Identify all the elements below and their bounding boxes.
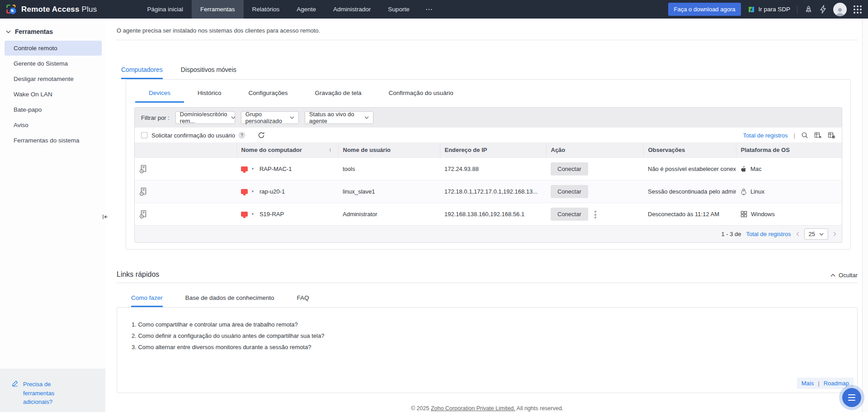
connect-button[interactable]: Conectar xyxy=(551,162,588,175)
sidebar-footer: Precisa de ferramentas adicionais? xyxy=(0,369,105,412)
sidebar-item-bate-papo[interactable]: Bate-papo xyxy=(5,102,102,117)
mais-link[interactable]: Mais xyxy=(802,380,814,387)
pagination-range: 1 - 3 de xyxy=(721,231,741,237)
user-confirmation-checkbox[interactable] xyxy=(141,132,147,138)
table-header-row: Nome do computador↑ Nome de usuário Ende… xyxy=(135,142,842,158)
agent-live-status-select[interactable]: Status ao vivo do agente xyxy=(305,111,373,124)
nav-more-icon[interactable]: ⋯ xyxy=(418,0,440,19)
refresh-icon[interactable] xyxy=(258,132,265,139)
search-icon[interactable] xyxy=(801,132,808,139)
connect-button[interactable]: Conectar xyxy=(551,185,588,198)
tab-base-de-conhecimento[interactable]: Base de dados de conhecimento xyxy=(185,294,274,307)
computer-status-icon[interactable] xyxy=(241,166,248,171)
sort-asc-icon[interactable]: ↑ xyxy=(329,147,332,153)
sidebar-item-aviso[interactable]: Aviso xyxy=(5,118,102,133)
zoho-corporation-link[interactable]: Zoho Corporation Private Limited. xyxy=(431,405,515,412)
column-os-platform[interactable]: Plataforma de OS xyxy=(736,142,842,158)
system-details-icon[interactable] xyxy=(139,187,232,196)
floating-menu-button[interactable] xyxy=(842,388,861,407)
download-agent-button[interactable]: Faça o download agora xyxy=(668,3,741,16)
column-ip-address[interactable]: Endereço de IP xyxy=(440,142,546,158)
domain-filter-select[interactable]: Domínio/escritório rem... xyxy=(175,111,235,124)
column-action: Ação xyxy=(546,142,643,158)
nav-pagina-inicial[interactable]: Página inicial xyxy=(138,0,192,19)
how-to-link[interactable]: 2. Como definir a configuração do usuári… xyxy=(132,330,857,341)
tab-como-fazer[interactable]: Como fazer xyxy=(131,294,163,307)
system-details-icon[interactable] xyxy=(139,210,232,219)
remarks: Sessão descontinuada pelo admin às 1 xyxy=(643,180,736,203)
nav-relatorios[interactable]: Relatórios xyxy=(244,0,288,19)
computer-name[interactable]: rap-u20-1 xyxy=(259,188,285,195)
tab-configuracoes[interactable]: Configurações xyxy=(235,85,302,103)
tab-gravacao-de-tela[interactable]: Gravação de tela xyxy=(302,85,375,103)
chevron-down-icon xyxy=(364,116,369,119)
kebab-menu-icon[interactable] xyxy=(594,211,596,218)
computers-subtabs: Devices Histórico Configurações Gravação… xyxy=(126,80,850,103)
nav-administrador[interactable]: Administrador xyxy=(325,0,379,19)
sidebar-item-desligar-remotamente[interactable]: Desligar remotamente xyxy=(5,71,102,86)
how-to-link[interactable]: 3. Como alternar entre diversos monitore… xyxy=(132,341,857,353)
custom-group-select[interactable]: Grupo personalizado xyxy=(241,111,299,124)
caret-down-icon[interactable]: ▼ xyxy=(251,212,255,216)
tab-computadores[interactable]: Computadores xyxy=(121,66,163,79)
sidebar-item-ferramentas-do-sistema[interactable]: Ferramentas do sistema xyxy=(5,133,102,148)
apps-grid-icon[interactable] xyxy=(854,5,862,14)
page-size-select[interactable]: 25 xyxy=(804,228,828,240)
sdp-icon xyxy=(748,6,755,13)
avatar[interactable] xyxy=(833,3,847,16)
agent-notice: O agente precisa ser instalado nos siste… xyxy=(117,19,858,40)
chevron-right-icon[interactable] xyxy=(833,232,836,237)
hide-section-link[interactable]: Ocultar xyxy=(830,272,858,279)
column-user-name[interactable]: Nome de usuário xyxy=(338,142,440,158)
main-content: O agente precisa ser instalado nos siste… xyxy=(105,19,868,412)
table-row: ▼ RAP-MAC-1 tools 172.24.93.88 Conectar … xyxy=(135,158,842,180)
copyright-footer: © 2025 Zoho Corporation Private Limited.… xyxy=(117,405,858,412)
caret-down-icon[interactable]: ▼ xyxy=(251,189,255,194)
user-name: linux_slave1 xyxy=(338,180,440,203)
app-logo[interactable]: Remote Access Plus xyxy=(5,4,97,15)
total-records-link[interactable]: Total de registros xyxy=(743,132,788,139)
system-details-icon[interactable] xyxy=(139,165,232,174)
sidebar-section-ferramentas[interactable]: Ferramentas xyxy=(0,19,105,38)
chevron-down-icon xyxy=(231,116,236,119)
scrollbar-track[interactable] xyxy=(862,19,868,412)
computer-name[interactable]: S19-RAP xyxy=(259,211,284,218)
connect-button[interactable]: Conectar xyxy=(551,208,588,221)
caret-down-icon[interactable]: ▼ xyxy=(251,167,255,171)
sidebar-item-gerente-do-sistema[interactable]: Gerente do Sistema xyxy=(5,56,102,71)
go-to-sdp-link[interactable]: Ir para SDP xyxy=(748,6,790,13)
add-column-icon[interactable] xyxy=(814,132,822,139)
nav-suporte[interactable]: Suporte xyxy=(379,0,418,19)
tab-faq[interactable]: FAQ xyxy=(297,294,309,307)
lightning-icon[interactable] xyxy=(820,5,826,14)
pagination-total-link[interactable]: Total de registros xyxy=(746,231,791,237)
edit-icon xyxy=(11,380,19,412)
how-to-link[interactable]: 1. Como compartilhar e controlar uma áre… xyxy=(132,319,857,330)
table-settings-icon[interactable] xyxy=(828,132,835,139)
sidebar: Ferramentas Controle remoto Gerente do S… xyxy=(0,19,105,412)
devices-table-card: Filtrar por : Domínio/escritório rem... … xyxy=(134,107,842,243)
column-computer-name[interactable]: Nome do computador↑ xyxy=(236,142,338,158)
nav-ferramentas[interactable]: Ferramentas xyxy=(192,0,244,19)
computer-status-icon[interactable] xyxy=(241,212,248,217)
computer-name[interactable]: RAP-MAC-1 xyxy=(259,166,292,172)
rocket-icon[interactable] xyxy=(804,5,813,14)
chevron-down-icon xyxy=(6,30,11,33)
tab-historico[interactable]: Histórico xyxy=(184,85,235,103)
tab-confirmacao-do-usuario[interactable]: Confirmação do usuário xyxy=(375,85,467,103)
tab-dispositivos-moveis[interactable]: Dispositivos móveis xyxy=(181,66,236,79)
remarks: Não é possível estabelecer conexão c xyxy=(643,158,736,180)
computer-status-icon[interactable] xyxy=(241,189,248,194)
quick-links-title: Links rápidos xyxy=(117,270,159,279)
tab-devices[interactable]: Devices xyxy=(135,85,184,103)
sidebar-item-controle-remoto[interactable]: Controle remoto xyxy=(5,41,102,56)
need-additional-tools-link[interactable]: Precisa de ferramentas adicionais? xyxy=(23,380,83,412)
sidebar-item-wake-on-lan[interactable]: Wake On LAN xyxy=(5,87,102,102)
chevron-down-icon xyxy=(290,116,294,119)
nav-agente[interactable]: Agente xyxy=(288,0,325,19)
links-separator: | xyxy=(818,380,819,387)
chevron-left-icon[interactable] xyxy=(796,232,799,237)
roadmap-link[interactable]: Roadmap xyxy=(824,380,849,387)
help-icon[interactable]: ? xyxy=(238,132,245,139)
remarks: Desconectado às 11:12 AM xyxy=(643,203,736,226)
